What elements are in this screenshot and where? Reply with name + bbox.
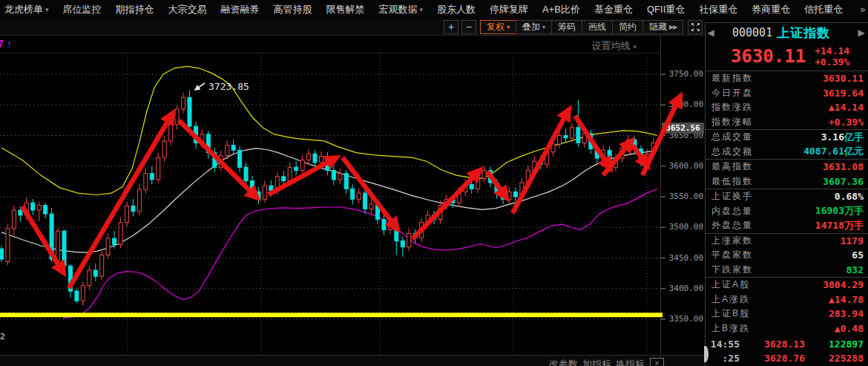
stat-value-part: 16903万手 (815, 205, 864, 216)
close-icon[interactable]: × (650, 358, 664, 366)
zoom-out-button[interactable]: − (461, 20, 476, 34)
menu-item-10[interactable]: 停牌复牌 (490, 3, 528, 16)
toolbar-button-label: 隐藏 (649, 21, 667, 33)
candle-body (376, 204, 380, 220)
stat-label: 上证B股 (711, 307, 750, 320)
menu-item-5[interactable]: 融资融券 (221, 3, 260, 16)
menu-item-13[interactable]: QFII重仓 (647, 3, 685, 16)
candle-body (275, 177, 279, 191)
quote-panel-header: ◀ 000001 上证指数 ▶ (706, 23, 868, 42)
menu-item-label: 停牌复牌 (490, 3, 528, 16)
candle-body (614, 158, 618, 167)
candle-body (206, 134, 210, 153)
candle-body (226, 146, 229, 156)
candle-body (251, 181, 254, 192)
candle-body (182, 97, 185, 109)
candle-body (413, 234, 417, 238)
axis-tick-label: 3400.00 (669, 284, 703, 293)
candle-body (93, 270, 97, 276)
menu-more-icon[interactable]: » (860, 4, 865, 15)
stat-row: 上涨家数1179 (706, 234, 868, 249)
menu-item-14[interactable]: 社保重仓 (699, 3, 737, 16)
trend-arrow (513, 109, 569, 213)
candle-body (526, 171, 530, 183)
candle-body (295, 167, 298, 170)
menu-item-11[interactable]: A+B比价 (542, 3, 580, 16)
menu-item-15[interactable]: 券商重仓 (752, 3, 790, 16)
menu-item-9[interactable]: 股东人数 (437, 3, 476, 16)
stat-row: 今日开盘3619.64 (706, 86, 868, 101)
menu-item-label: 社保重仓 (699, 3, 737, 16)
stat-row: 最高指数3631.08 (706, 160, 868, 174)
candle-body (200, 134, 204, 143)
candle-body (19, 210, 22, 215)
toolbar-button-隐藏[interactable]: 隐藏▶▶ (642, 20, 683, 34)
candle-body (282, 177, 286, 181)
candle-body (24, 203, 28, 215)
switch-indicator-button[interactable]: 换指标 (616, 358, 645, 366)
trend-arrow (22, 206, 64, 273)
candle-body (382, 220, 386, 230)
stat-label: 最低指数 (711, 175, 753, 188)
candle-body (175, 109, 179, 125)
candle-body (407, 234, 411, 247)
menu-item-16[interactable]: 信托重仓 (804, 3, 843, 16)
toolbar-button-复权[interactable]: 复权▾ (480, 20, 516, 34)
candle-body (420, 223, 424, 238)
stat-value-part: 14718万手 (815, 220, 864, 231)
toolbar-button-叠加[interactable]: 叠加▾ (516, 20, 552, 34)
toolbar-button-简约[interactable]: 简约 (612, 20, 643, 34)
candle-body (257, 192, 260, 199)
menu-item-12[interactable]: 基金重仓 (594, 3, 633, 16)
candle-body (319, 157, 323, 163)
candle-body (125, 206, 129, 222)
menu-item-3[interactable]: 期指持仓 (116, 3, 154, 16)
price-row: 3630.11 +14.14 +0.39% (706, 42, 868, 71)
stat-row: 下跌家数832 (706, 263, 868, 278)
stat-label: 平盘家数 (711, 249, 753, 261)
upper-band-line (1, 66, 657, 195)
stat-row: 上证A股3804.29 (706, 278, 868, 293)
lower-band-line (63, 189, 657, 318)
stat-group-6: 上证A股3804.29上A涨跌▲14.78上证B股283.94上B涨跌▲0.48 (706, 278, 868, 336)
menu-item-2[interactable]: 席位监控 (63, 3, 102, 16)
menu-item-7[interactable]: 限售解禁 (326, 3, 365, 16)
stat-group-4: 上证换手0.68%内盘总量16903万手外盘总量14718万手 (706, 189, 868, 234)
prev-stock-icon[interactable]: ◀ (706, 27, 716, 38)
ma-settings-dropdown[interactable]: 设置均线▾ (591, 39, 637, 53)
zoom-in-button[interactable]: + (444, 20, 458, 34)
high-annotation-arrow (195, 83, 205, 90)
stat-label: 最高指数 (711, 160, 753, 173)
candle-body (300, 160, 304, 171)
change-params-button[interactable]: 改参数 (549, 358, 578, 366)
kline-chart[interactable]: 3723.85 (0, 36, 711, 366)
candle-body (595, 149, 599, 158)
chevron-down-icon: ▾ (507, 24, 510, 30)
stat-label: 指数涨跌 (711, 101, 753, 114)
candle-body (639, 149, 642, 162)
candle-body (364, 193, 367, 209)
toolbar-button-筹码[interactable]: 筹码 (551, 20, 582, 34)
trend-arrow (487, 171, 507, 198)
candle-body (395, 226, 398, 241)
axis-tick-label: 3600.00 (669, 161, 703, 171)
candle-body (645, 154, 649, 161)
expand-icon[interactable] (688, 20, 703, 34)
menu-item-label: 高管持股 (274, 3, 312, 16)
toolbar-button-画线[interactable]: 画线 (582, 20, 613, 34)
menu-item-8[interactable]: 宏观数据▾ (379, 3, 424, 16)
menu-item-4[interactable]: 大宗交易 (168, 3, 207, 16)
candle-body (344, 174, 348, 189)
candle-body (489, 171, 493, 183)
stat-label: 下跌家数 (711, 264, 753, 276)
candle-body (263, 186, 266, 199)
trend-arrow (179, 120, 257, 198)
menu-item-1[interactable]: 龙虎榜单▾ (4, 3, 49, 16)
add-indicator-button[interactable]: 加指标 (582, 358, 611, 366)
next-stock-icon[interactable]: ▶ (856, 27, 867, 38)
menu-item-6[interactable]: 高管持股 (274, 3, 312, 16)
candle-body (589, 134, 593, 149)
stat-value-part: ▲14.78 (829, 294, 864, 305)
stat-value-part: 3607.36 (823, 176, 864, 187)
chevron-down-icon: ▾ (542, 24, 545, 30)
